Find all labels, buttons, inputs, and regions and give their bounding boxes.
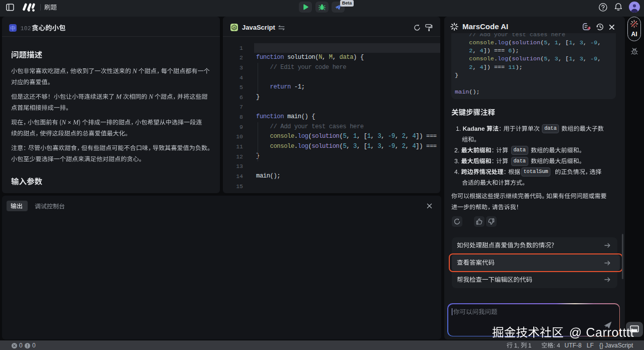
svg-text:JS: JS bbox=[233, 27, 236, 29]
